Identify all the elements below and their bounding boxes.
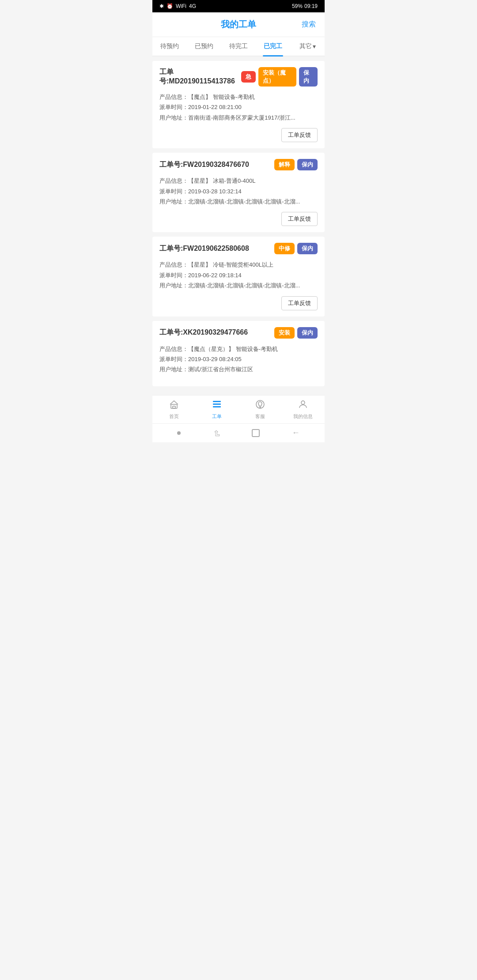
badge-install-1: 安装（魔点） xyxy=(258,67,296,87)
product-info-3: 产品信息：【星星】 冷链-智能货柜400L以上 xyxy=(159,260,300,270)
product-info-1: 产品信息：【魔点】 智能设备-考勤机 xyxy=(159,92,295,102)
card-footer-3: 工单反馈 xyxy=(159,296,318,310)
product-info-4: 产品信息：【魔点（星克）】 智能设备-考勤机 xyxy=(159,344,278,354)
tabs-bar: 待预约 已预约 待完工 已完工 其它 ▾ xyxy=(152,37,325,57)
product-info-2: 产品信息：【星星】 冰箱-普通0-400L xyxy=(159,176,300,186)
address-2: 用户地址：北溜镇-北溜镇-北溜镇-北溜镇-北溜镇-北溜... xyxy=(159,196,300,207)
svg-rect-4 xyxy=(213,406,221,407)
battery-text: 59% xyxy=(292,3,303,9)
status-left-icons: ✱ ⏰ WiFi 4G xyxy=(159,3,196,9)
card-body-2: 产品信息：【星星】 冰箱-普通0-400L 派单时间：2019-03-28 10… xyxy=(159,176,318,212)
card-badges-4: 安装 保内 xyxy=(274,327,318,339)
order-number-4: 工单号:XK20190329477666 xyxy=(159,328,248,337)
badge-warranty-3: 保内 xyxy=(297,243,318,254)
order-number-1: 工单号:MD20190115413786 xyxy=(159,68,241,86)
status-right-info: 59% 09:19 xyxy=(292,3,318,9)
svg-rect-1 xyxy=(173,406,175,408)
service-icon xyxy=(255,399,265,411)
nav-service-label: 客服 xyxy=(255,413,265,420)
badge-warranty-2: 保内 xyxy=(297,159,318,170)
card-info-1: 产品信息：【魔点】 智能设备-考勤机 派单时间：2019-01-22 08:21… xyxy=(159,92,295,123)
orders-icon xyxy=(212,399,222,411)
search-button[interactable]: 搜索 xyxy=(302,20,316,29)
nav-home[interactable]: 首页 xyxy=(152,399,196,420)
bluetooth-icon: ✱ xyxy=(159,3,164,9)
address-4: 用户地址：测试/浙江省台州市椒江区 xyxy=(159,364,278,374)
card-footer-2: 工单反馈 xyxy=(159,212,318,226)
system-nav-back-icon[interactable]: ← xyxy=(292,428,300,437)
tab-appointed[interactable]: 已预约 xyxy=(187,37,221,56)
system-nav-bar: ⏎ ← xyxy=(152,423,325,442)
card-badges-3: 中修 保内 xyxy=(274,243,318,254)
badge-warranty-4: 保内 xyxy=(297,327,318,339)
badge-urgent-1: 急 xyxy=(241,71,256,83)
card-footer-1: 工单反馈 xyxy=(159,128,318,142)
card-header-1: 工单号:MD20190115413786 急 安装（魔点） 保内 xyxy=(159,67,318,87)
svg-point-7 xyxy=(301,401,305,404)
card-info-4: 产品信息：【魔点（星克）】 智能设备-考勤机 派单时间：2019-03-29 0… xyxy=(159,344,278,375)
card-header-3: 工单号:FW20190622580608 中修 保内 xyxy=(159,243,318,254)
system-nav-square[interactable] xyxy=(252,429,260,437)
system-nav-recent-icon[interactable]: ⏎ xyxy=(212,430,221,436)
feedback-button-3[interactable]: 工单反馈 xyxy=(281,296,318,310)
card-header-4: 工单号:XK20190329477666 安装 保内 xyxy=(159,327,318,339)
bottom-nav: 首页 工单 客服 我的信息 xyxy=(152,395,325,423)
order-number-3: 工单号:FW20190622580608 xyxy=(159,244,249,253)
svg-rect-2 xyxy=(213,401,221,402)
feedback-button-1[interactable]: 工单反馈 xyxy=(281,128,318,142)
order-card-1: 工单号:MD20190115413786 急 安装（魔点） 保内 产品信息：【魔… xyxy=(152,61,325,148)
tab-other[interactable]: 其它 ▾ xyxy=(290,37,325,56)
dispatch-time-2: 派单时间：2019-03-28 10:32:14 xyxy=(159,186,300,196)
nav-profile-label: 我的信息 xyxy=(293,413,313,420)
signal-icon: 4G xyxy=(189,3,196,9)
chevron-down-icon: ▾ xyxy=(313,43,316,50)
nav-service[interactable]: 客服 xyxy=(238,399,282,420)
badge-medium-3: 中修 xyxy=(274,243,295,254)
card-badges-2: 解释 保内 xyxy=(274,159,318,170)
tab-pending-complete[interactable]: 待完工 xyxy=(221,37,256,56)
card-body-1: 产品信息：【魔点】 智能设备-考勤机 派单时间：2019-01-22 08:21… xyxy=(159,92,318,128)
badge-explain-2: 解释 xyxy=(274,159,295,170)
card-info-2: 产品信息：【星星】 冰箱-普通0-400L 派单时间：2019-03-28 10… xyxy=(159,176,300,207)
profile-icon xyxy=(298,399,308,411)
header: 我的工单 搜索 xyxy=(152,12,325,37)
order-card-4: 工单号:XK20190329477666 安装 保内 产品信息：【魔点（星克）】… xyxy=(152,321,325,386)
card-badges-1: 急 安装（魔点） 保内 xyxy=(241,67,318,87)
tab-pending-appt[interactable]: 待预约 xyxy=(152,37,187,56)
content-area: 工单号:MD20190115413786 急 安装（魔点） 保内 产品信息：【魔… xyxy=(152,57,325,395)
nav-profile[interactable]: 我的信息 xyxy=(282,399,325,420)
svg-rect-3 xyxy=(213,403,221,405)
card-info-3: 产品信息：【星星】 冷链-智能货柜400L以上 派单时间：2019-06-22 … xyxy=(159,260,300,290)
card-header-2: 工单号:FW20190328476670 解释 保内 xyxy=(159,159,318,170)
nav-orders-label: 工单 xyxy=(212,413,222,420)
nav-orders[interactable]: 工单 xyxy=(196,399,239,420)
nav-home-label: 首页 xyxy=(169,413,179,420)
dispatch-time-3: 派单时间：2019-06-22 09:18:14 xyxy=(159,270,300,280)
card-body-3: 产品信息：【星星】 冷链-智能货柜400L以上 派单时间：2019-06-22 … xyxy=(159,260,318,296)
svg-point-6 xyxy=(260,407,261,408)
dispatch-time-1: 派单时间：2019-01-22 08:21:00 xyxy=(159,102,295,112)
address-1: 用户地址：首南街道-南部商务区罗蒙大厦1917/浙江... xyxy=(159,113,295,123)
tab-completed[interactable]: 已完工 xyxy=(256,37,290,56)
dispatch-time-4: 派单时间：2019-03-29 08:24:05 xyxy=(159,354,278,364)
badge-warranty-1: 保内 xyxy=(299,67,318,87)
address-3: 用户地址：北溜镇-北溜镇-北溜镇-北溜镇-北溜镇-北溜... xyxy=(159,280,300,290)
order-number-2: 工单号:FW20190328476670 xyxy=(159,160,249,170)
alarm-icon: ⏰ xyxy=(167,3,173,9)
badge-install-4: 安装 xyxy=(274,327,295,339)
order-card-2: 工单号:FW20190328476670 解释 保内 产品信息：【星星】 冰箱-… xyxy=(152,153,325,232)
status-bar: ✱ ⏰ WiFi 4G 59% 09:19 xyxy=(152,0,325,12)
feedback-button-2[interactable]: 工单反馈 xyxy=(281,212,318,226)
card-body-4: 产品信息：【魔点（星克）】 智能设备-考勤机 派单时间：2019-03-29 0… xyxy=(159,344,318,380)
order-card-3: 工单号:FW20190622580608 中修 保内 产品信息：【星星】 冷链-… xyxy=(152,237,325,316)
page-title: 我的工单 xyxy=(221,19,256,30)
system-nav-dot[interactable] xyxy=(177,431,181,435)
wifi-icon: WiFi xyxy=(176,3,186,9)
home-icon xyxy=(169,399,179,411)
time-text: 09:19 xyxy=(304,3,318,9)
